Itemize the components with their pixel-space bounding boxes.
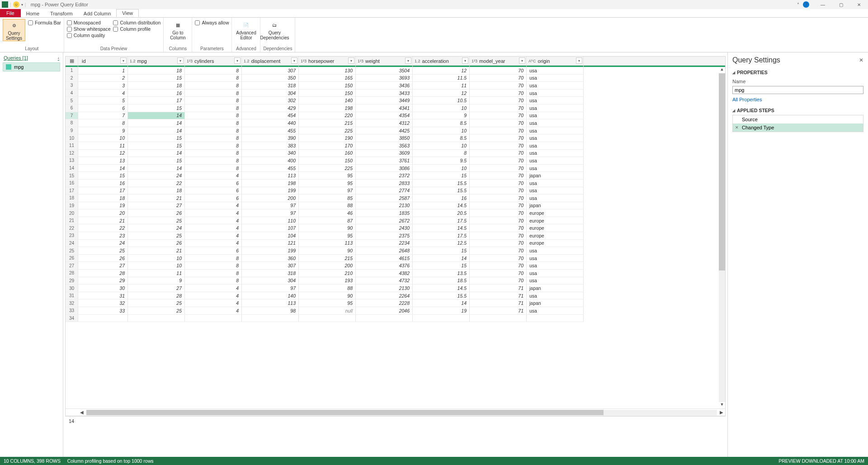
cell[interactable]: 14.5: [413, 224, 470, 232]
cell[interactable]: 70: [470, 67, 527, 75]
cell[interactable]: 10: [413, 104, 470, 112]
cell[interactable]: 307: [242, 262, 299, 270]
cell[interactable]: 4382: [356, 270, 413, 277]
cell[interactable]: 210: [299, 270, 356, 277]
cell[interactable]: 4: [185, 292, 242, 300]
cell[interactable]: usa: [527, 82, 584, 90]
cell[interactable]: usa: [527, 157, 584, 165]
cell[interactable]: 97: [242, 209, 299, 217]
cell[interactable]: 23: [78, 232, 128, 240]
cell[interactable]: usa: [527, 195, 584, 202]
cell[interactable]: 110: [242, 217, 299, 225]
cell[interactable]: 3086: [356, 165, 413, 172]
filter-dropdown-icon[interactable]: ▾: [234, 57, 241, 64]
cell[interactable]: 4425: [356, 127, 413, 135]
queries-header[interactable]: Queries [1]: [4, 55, 28, 61]
cell[interactable]: 8: [185, 270, 242, 277]
cell[interactable]: 26: [78, 255, 128, 262]
cell[interactable]: 8: [185, 119, 242, 127]
cell[interactable]: 4: [185, 202, 242, 210]
cell[interactable]: 20.5: [413, 209, 470, 217]
cell[interactable]: usa: [527, 90, 584, 97]
row-number[interactable]: 10: [66, 134, 78, 142]
cell[interactable]: 121: [242, 240, 299, 247]
cell[interactable]: 70: [470, 187, 527, 195]
cell[interactable]: 2375: [356, 232, 413, 240]
cell[interactable]: 104: [242, 232, 299, 240]
cell[interactable]: usa: [527, 104, 584, 112]
cell[interactable]: 70: [470, 165, 527, 172]
row-number[interactable]: 25: [66, 247, 78, 255]
cell[interactable]: 15: [128, 157, 185, 165]
cell[interactable]: 8: [185, 134, 242, 142]
cell[interactable]: 15: [413, 247, 470, 255]
cell[interactable]: europe: [527, 209, 584, 217]
table-row[interactable]: 101015839019038508.570usa: [66, 134, 725, 142]
cell[interactable]: 70: [470, 202, 527, 210]
cell[interactable]: 14: [413, 299, 470, 307]
row-number[interactable]: 30: [66, 285, 78, 292]
cell[interactable]: 8: [185, 157, 242, 165]
row-number[interactable]: 27: [66, 262, 78, 270]
cell[interactable]: 7: [78, 112, 128, 120]
cell[interactable]: 70: [470, 104, 527, 112]
row-number[interactable]: 24: [66, 240, 78, 247]
cell[interactable]: 8: [185, 165, 242, 172]
cell[interactable]: 9.5: [413, 157, 470, 165]
tab-file[interactable]: File: [0, 9, 21, 17]
query-item[interactable]: mpg: [3, 62, 60, 71]
filter-dropdown-icon[interactable]: ▾: [291, 57, 297, 64]
applied-step[interactable]: Source: [733, 115, 863, 123]
cell[interactable]: 6: [78, 104, 128, 112]
cell[interactable]: 15.5: [413, 292, 470, 300]
collapse-queries-icon[interactable]: ‹: [58, 56, 59, 61]
cell[interactable]: 10.5: [413, 97, 470, 104]
cell[interactable]: 70: [470, 82, 527, 90]
cell[interactable]: 6: [185, 195, 242, 202]
table-row[interactable]: 212125411087267217.570europe: [66, 217, 725, 225]
row-number[interactable]: 21: [66, 217, 78, 225]
row-number[interactable]: 6: [66, 104, 78, 112]
table-row[interactable]: 161622619895283315.570usa: [66, 180, 725, 187]
row-number[interactable]: 28: [66, 270, 78, 277]
delete-step-icon[interactable]: ✕: [735, 125, 739, 130]
cell[interactable]: 200: [299, 262, 356, 270]
cell[interactable]: 3504: [356, 67, 413, 75]
cell[interactable]: 304: [242, 90, 299, 97]
row-number[interactable]: 22: [66, 224, 78, 232]
cell[interactable]: 1: [78, 67, 128, 75]
cell[interactable]: 440: [242, 119, 299, 127]
always-allow-checkbox[interactable]: Always allow: [195, 20, 229, 25]
table-row[interactable]: 9914845522544251070usa: [66, 127, 725, 135]
tab-home[interactable]: Home: [21, 10, 45, 17]
filter-dropdown-icon[interactable]: ▾: [519, 57, 525, 64]
row-number[interactable]: 18: [66, 195, 78, 202]
horizontal-scrollbar[interactable]: ◀ ▶: [66, 408, 725, 416]
cell[interactable]: 95: [299, 232, 356, 240]
maximize-button[interactable]: ▢: [832, 0, 850, 9]
table-row[interactable]: 4416830415034331270usa: [66, 90, 725, 97]
cell[interactable]: 4341: [356, 104, 413, 112]
table-row[interactable]: 313128414090226415.571usa: [66, 292, 725, 300]
cell[interactable]: 22: [128, 180, 185, 187]
cell[interactable]: 193: [299, 277, 356, 285]
cell[interactable]: 70: [470, 247, 527, 255]
cell[interactable]: 8: [185, 255, 242, 262]
table-row[interactable]: 15152441139523721570japan: [66, 172, 725, 180]
cell[interactable]: 46: [299, 209, 356, 217]
row-number[interactable]: 23: [66, 232, 78, 240]
query-name-input[interactable]: [732, 86, 863, 94]
cell[interactable]: 25: [128, 299, 185, 307]
grid-body[interactable]: 1118830713035041270usa22158350165369311.…: [66, 67, 725, 408]
row-number[interactable]: 8: [66, 119, 78, 127]
table-row[interactable]: 333325498null20461971usa: [66, 307, 725, 315]
table-row[interactable]: 141414845522530861070usa: [66, 165, 725, 172]
column-header-horsepower[interactable]: 1²3horsepower▾: [299, 57, 356, 65]
cell[interactable]: usa: [527, 187, 584, 195]
row-number[interactable]: 33: [66, 307, 78, 315]
cell[interactable]: 11: [413, 82, 470, 90]
filter-dropdown-icon[interactable]: ▾: [405, 57, 411, 64]
cell[interactable]: 15: [128, 134, 185, 142]
cell[interactable]: 88: [299, 285, 356, 292]
cell[interactable]: 21: [128, 247, 185, 255]
